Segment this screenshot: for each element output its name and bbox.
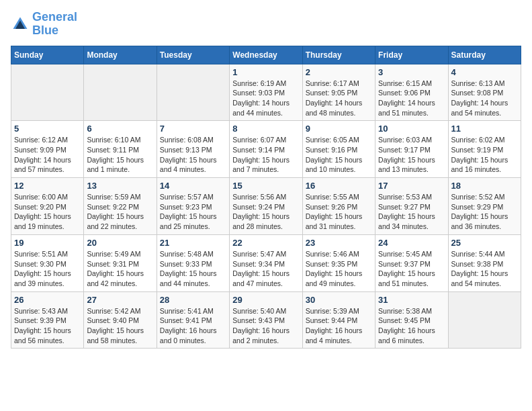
day-number: 25: [451, 238, 518, 248]
day-info: Sunrise: 5:43 AM Sunset: 9:39 PM Dayligh…: [14, 306, 81, 346]
calendar-cell: 22Sunrise: 5:47 AM Sunset: 9:34 PM Dayli…: [230, 234, 302, 291]
day-info: Sunrise: 6:08 AM Sunset: 9:13 PM Dayligh…: [160, 135, 226, 175]
calendar-cell: 19Sunrise: 5:51 AM Sunset: 9:30 PM Dayli…: [11, 234, 84, 291]
calendar-cell: 8Sunrise: 6:07 AM Sunset: 9:14 PM Daylig…: [230, 121, 302, 178]
calendar-week-1: 1Sunrise: 6:19 AM Sunset: 9:03 PM Daylig…: [11, 64, 521, 121]
day-number: 16: [306, 181, 372, 191]
calendar-cell: 16Sunrise: 5:55 AM Sunset: 9:26 PM Dayli…: [302, 178, 375, 235]
calendar-cell: 5Sunrise: 6:12 AM Sunset: 9:09 PM Daylig…: [11, 121, 84, 178]
calendar-cell: 6Sunrise: 6:10 AM Sunset: 9:11 PM Daylig…: [84, 121, 157, 178]
day-number: 3: [378, 67, 445, 77]
logo-text: General Blue: [32, 11, 77, 38]
day-info: Sunrise: 6:02 AM Sunset: 9:19 PM Dayligh…: [451, 135, 518, 175]
day-info: Sunrise: 5:57 AM Sunset: 9:23 PM Dayligh…: [160, 192, 226, 232]
weekday-header-friday: Friday: [375, 46, 448, 64]
day-number: 28: [160, 295, 226, 305]
day-number: 9: [306, 124, 372, 134]
day-number: 12: [14, 181, 81, 191]
day-info: Sunrise: 5:53 AM Sunset: 9:27 PM Dayligh…: [378, 192, 445, 232]
calendar-cell: 28Sunrise: 5:41 AM Sunset: 9:41 PM Dayli…: [157, 291, 229, 349]
day-number: 20: [87, 238, 153, 248]
day-info: Sunrise: 5:59 AM Sunset: 9:22 PM Dayligh…: [87, 192, 153, 232]
calendar-cell: 14Sunrise: 5:57 AM Sunset: 9:23 PM Dayli…: [157, 178, 229, 235]
day-info: Sunrise: 5:41 AM Sunset: 9:41 PM Dayligh…: [160, 306, 226, 346]
day-number: 15: [232, 181, 299, 191]
day-info: Sunrise: 6:03 AM Sunset: 9:17 PM Dayligh…: [378, 135, 445, 175]
weekday-header-saturday: Saturday: [448, 46, 521, 64]
day-number: 18: [451, 181, 518, 191]
day-info: Sunrise: 6:13 AM Sunset: 9:08 PM Dayligh…: [451, 79, 518, 118]
calendar-cell: 2Sunrise: 6:17 AM Sunset: 9:05 PM Daylig…: [302, 64, 375, 121]
calendar-cell: 7Sunrise: 6:08 AM Sunset: 9:13 PM Daylig…: [157, 121, 229, 178]
day-number: 24: [378, 238, 445, 248]
day-number: 14: [160, 181, 226, 191]
calendar-cell: 11Sunrise: 6:02 AM Sunset: 9:19 PM Dayli…: [448, 121, 521, 178]
day-number: 8: [232, 124, 299, 134]
day-info: Sunrise: 5:48 AM Sunset: 9:33 PM Dayligh…: [160, 249, 226, 289]
day-number: 4: [451, 67, 518, 77]
weekday-header-thursday: Thursday: [302, 46, 375, 64]
day-info: Sunrise: 6:17 AM Sunset: 9:05 PM Dayligh…: [306, 79, 372, 118]
calendar-cell: 9Sunrise: 6:05 AM Sunset: 9:16 PM Daylig…: [302, 121, 375, 178]
day-info: Sunrise: 6:05 AM Sunset: 9:16 PM Dayligh…: [306, 135, 372, 175]
weekday-header-monday: Monday: [84, 46, 157, 64]
day-info: Sunrise: 6:07 AM Sunset: 9:14 PM Dayligh…: [232, 135, 299, 175]
calendar-cell: 20Sunrise: 5:49 AM Sunset: 9:31 PM Dayli…: [84, 234, 157, 291]
day-info: Sunrise: 6:12 AM Sunset: 9:09 PM Dayligh…: [14, 135, 81, 175]
weekday-header-wednesday: Wednesday: [230, 46, 302, 64]
calendar-cell: 10Sunrise: 6:03 AM Sunset: 9:17 PM Dayli…: [375, 121, 448, 178]
calendar-cell: 26Sunrise: 5:43 AM Sunset: 9:39 PM Dayli…: [11, 291, 84, 349]
calendar-table: SundayMondayTuesdayWednesdayThursdayFrid…: [11, 46, 521, 349]
day-number: 31: [378, 295, 445, 305]
day-info: Sunrise: 5:47 AM Sunset: 9:34 PM Dayligh…: [232, 249, 299, 289]
day-number: 6: [87, 124, 153, 134]
calendar-cell: 13Sunrise: 5:59 AM Sunset: 9:22 PM Dayli…: [84, 178, 157, 235]
day-number: 26: [14, 295, 81, 305]
calendar-cell: 18Sunrise: 5:52 AM Sunset: 9:29 PM Dayli…: [448, 178, 521, 235]
calendar-cell: 15Sunrise: 5:56 AM Sunset: 9:24 PM Dayli…: [230, 178, 302, 235]
day-number: 23: [306, 238, 372, 248]
calendar-cell: 24Sunrise: 5:45 AM Sunset: 9:37 PM Dayli…: [375, 234, 448, 291]
calendar-cell: 27Sunrise: 5:42 AM Sunset: 9:40 PM Dayli…: [84, 291, 157, 349]
day-number: 29: [232, 295, 299, 305]
calendar-cell: 31Sunrise: 5:38 AM Sunset: 9:45 PM Dayli…: [375, 291, 448, 349]
calendar-cell: 23Sunrise: 5:46 AM Sunset: 9:35 PM Dayli…: [302, 234, 375, 291]
day-info: Sunrise: 5:49 AM Sunset: 9:31 PM Dayligh…: [87, 249, 153, 289]
calendar-cell: 4Sunrise: 6:13 AM Sunset: 9:08 PM Daylig…: [448, 64, 521, 121]
day-info: Sunrise: 5:39 AM Sunset: 9:44 PM Dayligh…: [306, 306, 372, 346]
day-info: Sunrise: 6:00 AM Sunset: 9:20 PM Dayligh…: [14, 192, 81, 232]
day-number: 30: [306, 295, 372, 305]
calendar-cell: 3Sunrise: 6:15 AM Sunset: 9:06 PM Daylig…: [375, 64, 448, 121]
day-info: Sunrise: 5:38 AM Sunset: 9:45 PM Dayligh…: [378, 306, 445, 346]
calendar-week-4: 19Sunrise: 5:51 AM Sunset: 9:30 PM Dayli…: [11, 234, 521, 291]
weekday-header-row: SundayMondayTuesdayWednesdayThursdayFrid…: [11, 46, 521, 64]
day-info: Sunrise: 5:52 AM Sunset: 9:29 PM Dayligh…: [451, 192, 518, 232]
day-number: 13: [87, 181, 153, 191]
day-info: Sunrise: 5:51 AM Sunset: 9:30 PM Dayligh…: [14, 249, 81, 289]
day-info: Sunrise: 5:45 AM Sunset: 9:37 PM Dayligh…: [378, 249, 445, 289]
calendar-cell: [157, 64, 229, 121]
day-number: 21: [160, 238, 226, 248]
day-info: Sunrise: 5:55 AM Sunset: 9:26 PM Dayligh…: [306, 192, 372, 232]
header: General Blue: [11, 11, 521, 38]
calendar-cell: 21Sunrise: 5:48 AM Sunset: 9:33 PM Dayli…: [157, 234, 229, 291]
calendar-cell: 30Sunrise: 5:39 AM Sunset: 9:44 PM Dayli…: [302, 291, 375, 349]
day-number: 22: [232, 238, 299, 248]
day-number: 5: [14, 124, 81, 134]
calendar-week-3: 12Sunrise: 6:00 AM Sunset: 9:20 PM Dayli…: [11, 178, 521, 235]
calendar-cell: [448, 291, 521, 349]
day-info: Sunrise: 5:56 AM Sunset: 9:24 PM Dayligh…: [232, 192, 299, 232]
day-info: Sunrise: 6:19 AM Sunset: 9:03 PM Dayligh…: [232, 79, 299, 118]
weekday-header-sunday: Sunday: [11, 46, 84, 64]
day-number: 27: [87, 295, 153, 305]
day-number: 2: [306, 67, 372, 77]
day-number: 17: [378, 181, 445, 191]
logo-icon: [11, 15, 30, 34]
day-number: 11: [451, 124, 518, 134]
calendar-cell: [11, 64, 84, 121]
day-info: Sunrise: 5:42 AM Sunset: 9:40 PM Dayligh…: [87, 306, 153, 346]
calendar-cell: 12Sunrise: 6:00 AM Sunset: 9:20 PM Dayli…: [11, 178, 84, 235]
calendar-week-5: 26Sunrise: 5:43 AM Sunset: 9:39 PM Dayli…: [11, 291, 521, 349]
logo: General Blue: [11, 11, 77, 38]
day-number: 19: [14, 238, 81, 248]
